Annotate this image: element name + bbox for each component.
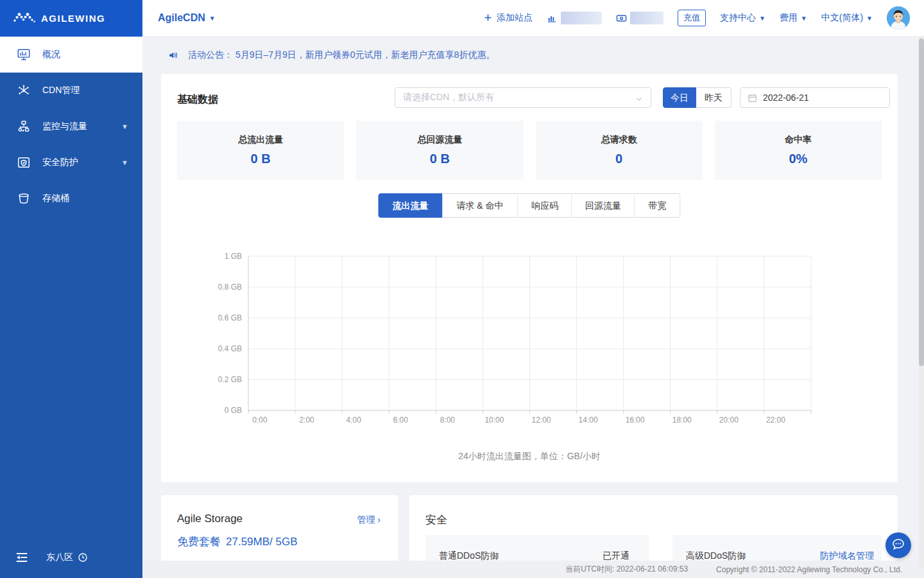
stat-card-3: 命中率0%	[715, 121, 882, 180]
storage-card: Agile Storage 管理 › 免费套餐27.59MB/ 5GB	[161, 495, 398, 566]
sidebar-item-traffic[interactable]: 监控与流量▼	[0, 109, 142, 144]
storage-usage: 免费套餐27.59MB/ 5GB	[177, 534, 298, 549]
svg-text:10:00: 10:00	[484, 416, 504, 425]
cdn-select[interactable]: 请选择CDN，默认所有	[395, 87, 651, 108]
svg-text:0.8 GB: 0.8 GB	[218, 283, 242, 292]
svg-text:0.4 GB: 0.4 GB	[218, 344, 242, 353]
svg-text:6:00: 6:00	[393, 416, 409, 425]
collapse-sidebar-icon[interactable]	[15, 550, 29, 565]
security-card: 安全 普通DDoS防御 已开通 高级DDoS防御 防护域名管理	[409, 495, 898, 566]
menu-support-center[interactable]: 支持中心 ▼	[720, 12, 766, 24]
tab-4[interactable]: 带宽	[635, 193, 681, 218]
add-site-label: 添加站点	[497, 12, 533, 24]
svg-text:18:00: 18:00	[672, 416, 692, 425]
traffic-chart: 1 GB0.8 GB0.6 GB0.4 GB0.2 GB0 GB0:002:00…	[161, 247, 898, 440]
yesterday-button[interactable]: 昨天	[696, 87, 732, 108]
stat-label: 总请求数	[601, 134, 637, 146]
chart-tabs: 流出流量请求 & 命中响应码回源流量带宽	[379, 193, 681, 218]
announcement-text: 活动公告： 5月9日–7月9日，新用户领券0元试用，新老用户充值享8折优惠。	[188, 49, 495, 61]
chat-bubble-icon	[891, 536, 906, 554]
stat-card-2: 总请求数0	[536, 121, 703, 180]
svg-text:2:00: 2:00	[299, 416, 314, 425]
traffic-icon	[17, 119, 31, 134]
stat-value: 0 B	[251, 152, 271, 166]
speaker-icon	[168, 49, 180, 61]
date-value: 2022-06-21	[763, 92, 809, 103]
balance-value-redacted	[630, 12, 663, 24]
chat-support-button[interactable]	[886, 532, 911, 558]
date-picker[interactable]: 2022-06-21	[740, 87, 890, 108]
menu-language[interactable]: 中文(简体) ▼	[821, 12, 873, 24]
calendar-icon	[748, 93, 757, 103]
security-card-title: 安全	[425, 512, 447, 527]
usage-indicator	[547, 12, 602, 24]
brand-logo: AGILEWING	[0, 0, 142, 37]
tab-0[interactable]: 流出流量	[379, 193, 443, 218]
billing-label: 费用	[780, 12, 798, 24]
day-toggle: 今日 昨天	[663, 87, 732, 108]
scrollbar-thumb[interactable]	[919, 39, 924, 366]
chevron-down-icon: ▼	[121, 159, 128, 166]
usage-value-redacted	[561, 12, 602, 24]
stat-label: 总回源流量	[417, 134, 462, 146]
svg-text:20:00: 20:00	[719, 416, 739, 425]
sidebar-item-overview[interactable]: 概况	[0, 37, 142, 73]
timezone-label: 东八区	[46, 552, 73, 563]
sidebar-item-cdn[interactable]: CDN管理	[0, 73, 142, 109]
footer: 当前UTC时间: 2022-06-21 06:09:53 Copyright ©…	[142, 561, 924, 578]
clock-icon	[78, 552, 88, 563]
user-avatar[interactable]	[887, 6, 910, 30]
today-button[interactable]: 今日	[663, 87, 696, 108]
chart-caption: 24小时流出流量图，单位：GB/小时	[161, 451, 898, 462]
add-site-button[interactable]: 添加站点	[483, 12, 533, 24]
overview-icon	[17, 48, 31, 62]
chevron-down-icon: ▼	[866, 15, 873, 22]
stat-value: 0%	[789, 152, 807, 166]
support-center-label: 支持中心	[720, 12, 756, 24]
svg-text:0:00: 0:00	[252, 416, 268, 425]
chevron-down-icon: ▼	[209, 15, 216, 22]
balance-indicator	[616, 12, 663, 24]
basic-data-card: 基础数据 请选择CDN，默认所有 今日 昨天 2022-06-21 总流出流量0…	[161, 74, 898, 482]
tab-3[interactable]: 回源流量	[572, 193, 635, 218]
banknote-icon	[616, 13, 626, 23]
storage-manage-link[interactable]: 管理 ›	[357, 514, 381, 526]
app-root: AGILEWING 概况CDN管理监控与流量▼安全防护▼存储桶 东八区 Agil…	[0, 0, 924, 578]
storage-usage-value: 27.59MB/ 5GB	[226, 536, 298, 548]
menu-billing[interactable]: 费用 ▼	[780, 12, 807, 24]
sidebar-item-label: 概况	[42, 49, 60, 60]
tab-2[interactable]: 响应码	[518, 193, 572, 218]
sidebar-item-label: 安全防护	[42, 157, 78, 168]
chevron-down-icon	[635, 94, 643, 101]
sidebar-item-bucket[interactable]: 存储桶	[0, 180, 142, 216]
stat-label: 命中率	[785, 134, 812, 146]
bucket-icon	[17, 191, 31, 206]
sidebar-item-security[interactable]: 安全防护▼	[0, 144, 142, 180]
shield-icon	[17, 155, 31, 170]
svg-text:4:00: 4:00	[346, 416, 361, 425]
copyright: Copyright © 2011-2022 Agilewing Technolo…	[716, 565, 902, 574]
svg-text:12:00: 12:00	[531, 416, 551, 425]
brand-logo-text: AGILEWING	[41, 13, 105, 24]
stat-value: 0	[615, 152, 622, 166]
svg-text:14:00: 14:00	[579, 416, 598, 425]
cdn-select-placeholder: 请选择CDN，默认所有	[403, 92, 494, 103]
stats-row: 总流出流量0 B总回源流量0 B总请求数0命中率0%	[177, 121, 882, 180]
topbar: AgileCDN ▼ 添加站点 充值	[142, 0, 924, 37]
chevron-down-icon: ▼	[801, 15, 807, 22]
recharge-button[interactable]: 充值	[678, 10, 706, 26]
svg-text:0 GB: 0 GB	[225, 406, 242, 415]
svg-text:8:00: 8:00	[440, 416, 456, 425]
topbar-right: 添加站点 充值 支持中心 ▼ 费用 ▼	[483, 6, 910, 30]
svg-text:0.2 GB: 0.2 GB	[218, 375, 242, 384]
stat-value: 0 B	[430, 152, 450, 166]
stat-card-1: 总回源流量0 B	[356, 121, 523, 180]
tab-1[interactable]: 请求 & 命中	[443, 193, 518, 218]
svg-text:22:00: 22:00	[766, 416, 785, 425]
chevron-down-icon: ▼	[759, 15, 766, 22]
basic-data-title: 基础数据	[177, 93, 218, 107]
sidebar: AGILEWING 概况CDN管理监控与流量▼安全防护▼存储桶 东八区	[0, 0, 142, 578]
sidebar-item-label: CDN管理	[42, 85, 80, 96]
product-switcher[interactable]: AgileCDN ▼	[158, 12, 216, 24]
sidebar-bottom: 东八区	[0, 546, 142, 569]
